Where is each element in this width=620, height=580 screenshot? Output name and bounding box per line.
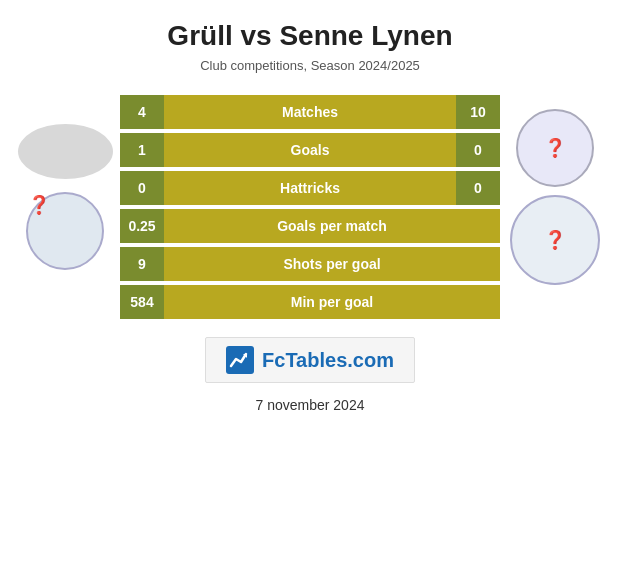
stat-left-value: 0.25 [120,209,164,243]
stat-row: 1Goals0 [120,133,500,167]
stat-row: 9Shots per goal [120,247,500,281]
page: Grüll vs Senne Lynen Club competitions, … [0,0,620,580]
stat-bar: Min per goal [164,285,500,319]
stat-label: Goals [291,142,330,158]
stat-label: Goals per match [277,218,387,234]
stat-right-value: 0 [456,133,500,167]
right-player-avatar: ❓ [510,195,600,285]
stat-label: Hattricks [280,180,340,196]
stat-left-value: 1 [120,133,164,167]
logo-area: FcTables.com [205,337,415,383]
stat-left-value: 0 [120,171,164,205]
right-avatars: ❓ ❓ [500,109,610,285]
left-player-image-broken: ❓ [28,195,50,215]
comparison-area: ❓ 4Matches101Goals00Hattricks00.25Goals … [0,95,620,319]
stat-bar: Goals per match [164,209,500,243]
date-label: 7 november 2024 [256,397,365,413]
logo-text-blue: .com [347,349,394,371]
stat-right-value: 10 [456,95,500,129]
right-player-image-broken: ❓ [544,229,566,251]
logo-text-black: FcTables [262,349,347,371]
stat-bar: Hattricks [164,171,456,205]
left-avatars: ❓ [10,124,120,270]
stat-bar: Matches [164,95,456,129]
stat-label: Matches [282,104,338,120]
stat-label: Min per goal [291,294,373,310]
left-club-avatar [18,124,113,179]
stat-row: 4Matches10 [120,95,500,129]
stat-row: 0Hattricks0 [120,171,500,205]
right-club-image-broken: ❓ [544,137,566,159]
left-player-avatar: ❓ [26,192,104,270]
stat-row: 0.25Goals per match [120,209,500,243]
stat-right-value: 0 [456,171,500,205]
logo-icon [226,346,254,374]
stat-left-value: 584 [120,285,164,319]
right-club-avatar: ❓ [516,109,594,187]
stats-area: 4Matches101Goals00Hattricks00.25Goals pe… [120,95,500,319]
stat-row: 584Min per goal [120,285,500,319]
stat-label: Shots per goal [283,256,380,272]
page-title: Grüll vs Senne Lynen [167,20,452,52]
logo-text: FcTables.com [262,349,394,372]
stat-bar: Goals [164,133,456,167]
stat-left-value: 9 [120,247,164,281]
page-subtitle: Club competitions, Season 2024/2025 [200,58,420,73]
stat-bar: Shots per goal [164,247,500,281]
stat-left-value: 4 [120,95,164,129]
